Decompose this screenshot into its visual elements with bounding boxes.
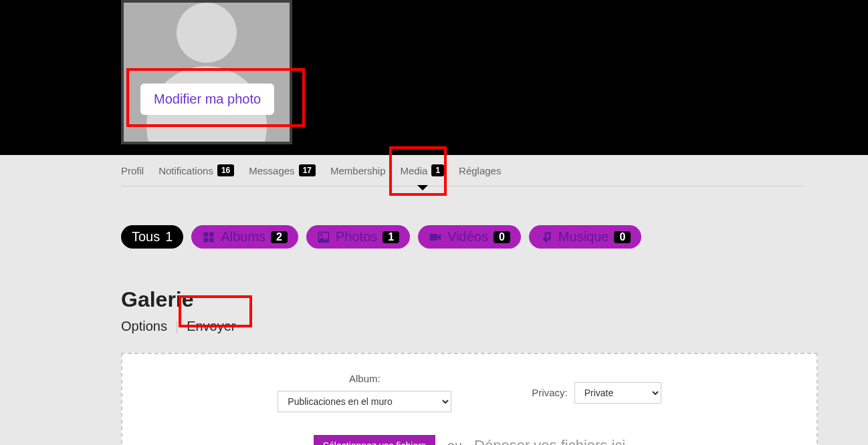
svg-point-5 [320, 234, 322, 236]
video-icon [429, 231, 442, 244]
nav-membership[interactable]: Membership [330, 164, 386, 176]
filter-count: 0 [614, 231, 631, 243]
album-group: Album: Publicaciones en el muro [278, 373, 451, 412]
album-select[interactable]: Publicaciones en el muro [278, 391, 451, 412]
nav-reglages[interactable]: Réglages [459, 164, 501, 176]
filter-all[interactable]: Tous 1 [121, 225, 183, 249]
filter-count: 1 [165, 229, 173, 245]
svg-rect-6 [430, 234, 438, 241]
svg-rect-3 [209, 237, 214, 242]
privacy-group: Privacy: Private [532, 373, 661, 412]
profile-nav: Profil Notifications 16 Messages 17 Memb… [121, 155, 803, 186]
upload-form-row: Album: Publicaciones en el muro Privacy:… [122, 373, 817, 412]
filter-label: Photos [336, 229, 377, 245]
media-filters: Tous 1 Albums 2 Photos 1 Vidéos 0 Musiqu… [121, 225, 868, 249]
badge: 17 [299, 164, 316, 176]
subtab-options[interactable]: Options [121, 319, 167, 334]
upload-action-row: Sélectionnez vos fichiers ou Déposer vos… [122, 435, 817, 445]
nav-label: Notifications [158, 165, 213, 176]
select-files-button[interactable]: Sélectionnez vos fichiers [314, 435, 435, 445]
filter-label: Vidéos [447, 229, 488, 245]
highlight-envoyer [179, 295, 252, 327]
highlight-media-tab [389, 146, 447, 196]
music-icon [540, 231, 553, 244]
badge: 16 [217, 164, 234, 176]
filter-count: 0 [494, 231, 510, 243]
svg-rect-1 [209, 232, 214, 237]
filter-label: Musique [558, 229, 609, 245]
or-text: ou [447, 438, 462, 446]
nav-label: Profil [121, 165, 144, 176]
nav-label: Messages [249, 165, 294, 176]
nav-messages[interactable]: Messages 17 [249, 164, 316, 176]
nav-notifications[interactable]: Notifications 16 [158, 164, 234, 176]
filter-music[interactable]: Musique 0 [529, 225, 642, 249]
svg-rect-2 [204, 237, 209, 242]
header-section: Modifier ma photo [0, 0, 868, 155]
filter-label: Tous [132, 229, 160, 245]
svg-rect-0 [204, 232, 209, 237]
album-label: Album: [349, 373, 381, 384]
filter-photos[interactable]: Photos 1 [306, 225, 410, 249]
nav-profil[interactable]: Profil [121, 164, 144, 176]
drop-files-text: Déposer vos fichiers ici [474, 437, 625, 445]
privacy-select[interactable]: Private [574, 382, 661, 404]
privacy-label: Privacy: [532, 387, 567, 398]
nav-label: Réglages [459, 165, 501, 176]
filter-videos[interactable]: Vidéos 0 [418, 225, 521, 249]
upload-dropzone[interactable]: Album: Publicaciones en el muro Privacy:… [121, 353, 818, 445]
avatar-head-shape [177, 3, 237, 63]
edit-photo-button[interactable]: Modifier ma photo [140, 84, 274, 115]
filter-albums[interactable]: Albums 2 [191, 225, 298, 249]
filter-count: 1 [383, 231, 399, 243]
image-icon [317, 231, 330, 244]
filter-label: Albums [221, 229, 265, 245]
nav-label: Membership [330, 165, 386, 176]
grid-icon [202, 231, 215, 244]
filter-count: 2 [271, 231, 288, 243]
